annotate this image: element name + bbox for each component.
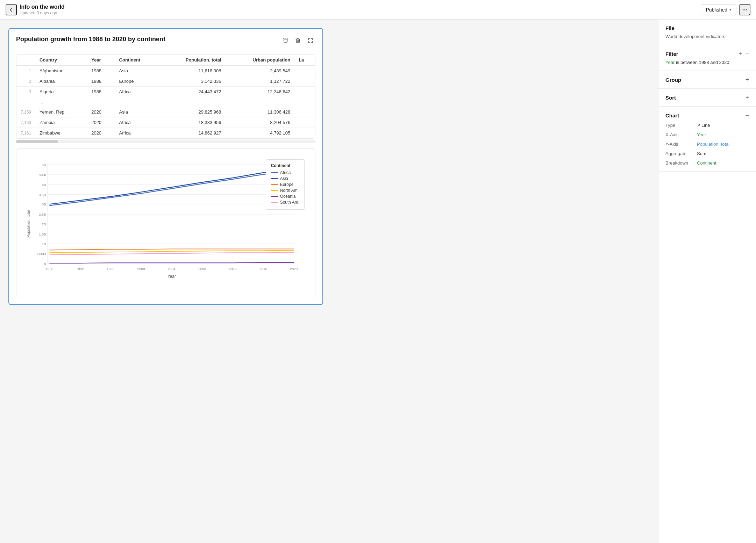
group-section-header: Group +: [665, 77, 749, 83]
chevron-down-icon: ▾: [729, 8, 731, 12]
svg-text:Population, total: Population, total: [26, 210, 30, 238]
line-chart-icon: ↗: [697, 123, 700, 128]
svg-point-1: [744, 9, 746, 10]
main-content: Population growth from 1988 to 2020 by c…: [0, 20, 756, 543]
sort-section-title: Sort: [665, 95, 676, 101]
filter-section-header: Filter + −: [665, 51, 749, 57]
filter-field[interactable]: Year: [665, 60, 675, 65]
svg-text:500M: 500M: [37, 252, 46, 256]
col-header-country: Country: [35, 55, 87, 66]
chart-section-title: Chart: [665, 113, 679, 118]
legend-item-asia: Asia: [271, 176, 299, 181]
filter-condition: is between 1988 and 2020: [676, 60, 729, 65]
group-section: Group +: [658, 71, 756, 89]
svg-text:4B: 4B: [42, 183, 46, 187]
legend-color-oceania: [271, 196, 278, 197]
top-bar-actions: Published ▾: [701, 4, 751, 15]
file-section-header: File: [665, 25, 749, 31]
chart-breakdown-label: Breakdown: [665, 160, 697, 166]
col-header-la: La: [294, 55, 315, 66]
svg-point-0: [743, 9, 744, 10]
filter-add-button[interactable]: +: [739, 51, 743, 57]
legend-item-oceania: Oceania: [271, 194, 299, 199]
file-name: World development indicators: [665, 34, 749, 39]
legend-item-africa: Africa: [271, 170, 299, 175]
title-block: Info on the world Updated 3 days ago: [20, 4, 701, 15]
svg-text:2012: 2012: [229, 267, 237, 271]
chart-collapse-button[interactable]: −: [745, 112, 749, 118]
card-title: Population growth from 1988 to 2020 by c…: [16, 36, 165, 43]
card-header: Population growth from 1988 to 2020 by c…: [16, 36, 315, 49]
expand-button[interactable]: [306, 36, 315, 45]
published-button[interactable]: Published ▾: [701, 4, 737, 15]
delete-button[interactable]: [293, 36, 303, 45]
right-panel: File World development indicators Filter…: [658, 20, 756, 543]
svg-text:2004: 2004: [168, 267, 176, 271]
svg-text:1988: 1988: [45, 267, 54, 271]
main-card: Population growth from 1988 to 2020 by c…: [8, 28, 323, 305]
top-bar: Info on the world Updated 3 days ago Pub…: [0, 0, 756, 20]
svg-text:1B: 1B: [42, 242, 46, 246]
sort-section-header: Sort +: [665, 94, 749, 101]
copy-button[interactable]: [280, 36, 290, 45]
chart-xaxis-row: X-Axis Year: [665, 132, 749, 137]
chart-type-value: ↗Line: [697, 123, 710, 128]
chart-breakdown-row: Breakdown Continent: [665, 160, 749, 166]
data-table-wrapper: Country Year Continent Population, total…: [16, 54, 315, 139]
col-header-pop-total: Population, total: [159, 55, 226, 66]
svg-text:3.5B: 3.5B: [39, 193, 46, 197]
svg-text:4.5B: 4.5B: [39, 173, 46, 176]
filter-section: Filter + − Year is between 1988 and 2020: [658, 45, 756, 71]
table-row: 7,161 Zimbabwe 2020 Africa 14,862,927 4,…: [16, 128, 315, 138]
card-actions: [280, 36, 315, 45]
legend-item-europe: Europe: [271, 182, 299, 187]
legend-item-south-america: South Am.: [271, 200, 299, 205]
svg-text:1996: 1996: [107, 267, 115, 271]
page-title: Info on the world: [20, 4, 701, 10]
data-table: Country Year Continent Population, total…: [16, 55, 315, 138]
legend-color-north-america: [271, 190, 278, 191]
more-options-button[interactable]: [739, 4, 750, 15]
chart-xaxis-label: X-Axis: [665, 132, 697, 137]
chart-xaxis-value[interactable]: Year: [697, 132, 706, 137]
chart-type-label: Type: [665, 123, 697, 128]
table-scroll-thumb[interactable]: [16, 140, 58, 143]
svg-text:1992: 1992: [76, 267, 84, 271]
table-row: 7,159 Yemen, Rep. 2020 Asia 29,825,968 1…: [16, 107, 315, 117]
chart-yaxis-label: Y-Axis: [665, 142, 697, 147]
legend-title: Continent: [271, 163, 299, 168]
chart-aggregate-label: Aggregate: [665, 151, 697, 156]
chart-breakdown-value[interactable]: Continent: [697, 160, 716, 166]
file-section-title: File: [665, 25, 675, 31]
svg-text:1.5B: 1.5B: [39, 232, 46, 236]
chart-yaxis-value[interactable]: Population, total: [697, 142, 729, 147]
table-row: 7,160 Zambia 2020 Africa 18,383,956 8,20…: [16, 117, 315, 128]
chart-yaxis-row: Y-Axis Population, total: [665, 142, 749, 147]
file-section: File World development indicators: [658, 20, 756, 45]
svg-text:0: 0: [44, 262, 46, 266]
svg-text:2020: 2020: [290, 267, 298, 271]
legend-color-south-america: [271, 202, 278, 203]
svg-point-2: [746, 9, 747, 10]
table-scrollbar[interactable]: [16, 140, 315, 143]
population-chart: Population, total: [23, 156, 308, 289]
group-add-button[interactable]: +: [745, 77, 749, 83]
col-header-urban-pop: Urban population: [226, 55, 295, 66]
filter-remove-button[interactable]: −: [745, 51, 749, 57]
svg-text:2.5B: 2.5B: [39, 212, 46, 216]
table-row: 1 Afghanistan 1988 Asia 11,618,008 2,439…: [16, 66, 315, 76]
chart-settings-section: Chart − Type ↗Line X-Axis Year Y-Axis Po…: [658, 107, 756, 172]
filter-section-title: Filter: [665, 51, 678, 57]
chart-legend: Continent Africa Asia Europe: [266, 159, 305, 210]
chart-container: Population, total: [16, 149, 315, 297]
filter-text: Year is between 1988 and 2020: [665, 60, 749, 65]
chart-type-row: Type ↗Line: [665, 123, 749, 128]
legend-item-north-america: North Am.: [271, 188, 299, 193]
table-row: 3 Algeria 1988 Africa 24,443,472 12,346,…: [16, 87, 315, 97]
legend-color-asia: [271, 178, 278, 179]
svg-text:3B: 3B: [42, 202, 46, 206]
sort-add-button[interactable]: +: [745, 94, 749, 101]
back-button[interactable]: [6, 4, 17, 15]
legend-color-europe: [271, 184, 278, 185]
chart-aggregate-row: Aggregate Sum: [665, 151, 749, 156]
